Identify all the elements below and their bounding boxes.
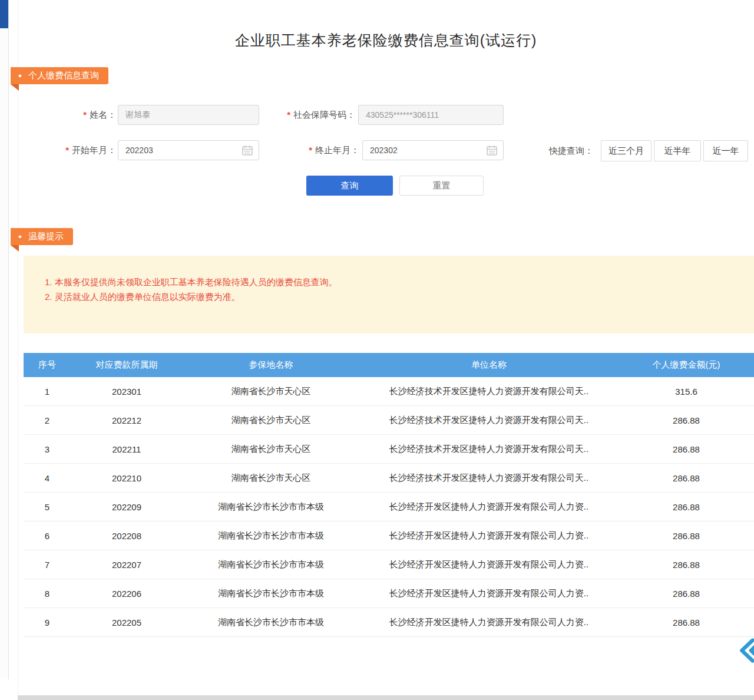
cell-seq: 9 [24, 608, 71, 637]
cell-area: 湖南省长沙市长沙市市本级 [183, 550, 359, 579]
quick-option-last-3-months[interactable]: 近三个月 [601, 140, 652, 161]
end-month-input[interactable] [362, 140, 504, 160]
cell-seq: 6 [24, 521, 71, 550]
col-header-amount: 个人缴费金额(元) [619, 353, 754, 377]
table-row: 8 202206 湖南省长沙市长沙市市本级 长沙经济开发区捷特人力资源开发有限公… [24, 579, 754, 608]
cell-amount: 286.88 [619, 493, 754, 521]
cell-org: 长沙经济开发区捷特人力资源开发有限公司人力资.. [359, 521, 619, 550]
cell-seq: 4 [24, 464, 71, 493]
table-row: 4 202210 湖南省长沙市天心区 长沙经济技术开发区捷特人力资源开发有限公司… [24, 464, 754, 493]
start-month-label-text: 开始年月： [72, 145, 116, 155]
cell-org: 长沙经济技术开发区捷特人力资源开发有限公司天.. [359, 377, 619, 406]
cell-org: 长沙经济技术开发区捷特人力资源开发有限公司天.. [359, 406, 619, 435]
end-month-label: *终止年月： [259, 140, 359, 160]
required-marker: * [83, 110, 87, 120]
table-row: 2 202212 湖南省长沙市天心区 长沙经济技术开发区捷特人力资源开发有限公司… [24, 406, 754, 435]
ssn-label-text: 社会保障号码： [293, 110, 355, 120]
bullet-icon: • [18, 232, 22, 242]
quick-query-label: 快捷查询： [549, 140, 593, 161]
quick-query-group: 近三个月 近半年 近一年 [601, 140, 748, 161]
cell-period: 202205 [71, 608, 183, 637]
section-header-tips: • 温馨提示 [11, 228, 73, 245]
col-header-org: 单位名称 [359, 353, 619, 377]
left-rail [0, 0, 9, 679]
cell-amount: 286.88 [619, 608, 754, 637]
col-header-area: 参保地名称 [183, 353, 359, 377]
tip-line-1: 1. 本服务仅提供尚未领取企业职工基本养老保险待遇人员的缴费信息查询。 [45, 275, 742, 289]
sidebar-accent-block [0, 0, 8, 28]
table-row: 7 202207 湖南省长沙市长沙市市本级 长沙经济开发区捷特人力资源开发有限公… [24, 550, 754, 579]
start-month-input[interactable] [118, 140, 259, 160]
cell-period: 202301 [71, 377, 183, 406]
cell-org: 长沙经济技术开发区捷特人力资源开发有限公司天.. [359, 464, 619, 493]
cell-amount: 286.88 [619, 579, 754, 608]
table-header-row: 序号 对应费款所属期 参保地名称 单位名称 个人缴费金额(元) [24, 353, 754, 377]
name-label: *姓名： [24, 105, 116, 125]
cell-period: 202209 [71, 493, 183, 521]
cell-seq: 2 [24, 406, 71, 435]
query-button[interactable]: 查询 [306, 176, 393, 196]
cell-area: 湖南省长沙市长沙市市本级 [183, 493, 359, 521]
cell-period: 202206 [71, 579, 183, 608]
page: 企业职工基本养老保险缴费信息查询(试运行) • 个人缴费信息查询 *姓名： *社… [0, 0, 754, 700]
col-header-period: 对应费款所属期 [71, 353, 183, 377]
cell-org: 长沙经济开发区捷特人力资源开发有限公司人力资.. [359, 579, 619, 608]
col-header-seq: 序号 [24, 353, 71, 377]
double-chevron-left-icon[interactable] [738, 638, 754, 663]
cell-seq: 1 [24, 377, 71, 406]
section-header-personal-query-label: 个人缴费信息查询 [28, 70, 99, 81]
bottom-bar [18, 695, 754, 700]
cell-amount: 286.88 [619, 521, 754, 550]
cell-area: 湖南省长沙市天心区 [183, 435, 359, 464]
cell-seq: 3 [24, 435, 71, 464]
cell-period: 202210 [71, 464, 183, 493]
required-marker: * [287, 110, 290, 120]
cell-amount: 286.88 [619, 406, 754, 435]
bullet-icon: • [18, 71, 22, 81]
cell-area: 湖南省长沙市天心区 [183, 377, 359, 406]
name-label-text: 姓名： [90, 110, 116, 120]
table-row: 5 202209 湖南省长沙市长沙市市本级 长沙经济开发区捷特人力资源开发有限公… [24, 493, 754, 521]
cell-area: 湖南省长沙市长沙市市本级 [183, 608, 359, 637]
cell-amount: 286.88 [619, 435, 754, 464]
tips-box: 1. 本服务仅提供尚未领取企业职工基本养老保险待遇人员的缴费信息查询。 2. 灵… [24, 256, 754, 334]
end-month-label-text: 终止年月： [315, 145, 359, 155]
cell-amount: 315.6 [619, 377, 754, 406]
table-row: 3 202211 湖南省长沙市天心区 长沙经济技术开发区捷特人力资源开发有限公司… [24, 435, 754, 464]
cell-amount: 286.88 [619, 464, 754, 493]
table-row: 1 202301 湖南省长沙市天心区 长沙经济技术开发区捷特人力资源开发有限公司… [24, 377, 754, 406]
cell-area: 湖南省长沙市长沙市市本级 [183, 521, 359, 550]
ssn-input[interactable] [358, 105, 504, 125]
cell-area: 湖南省长沙市天心区 [183, 406, 359, 435]
reset-button[interactable]: 重置 [399, 176, 484, 196]
table-row: 6 202208 湖南省长沙市长沙市市本级 长沙经济开发区捷特人力资源开发有限公… [24, 521, 754, 550]
ssn-label: *社会保障号码： [259, 105, 355, 125]
cell-seq: 5 [24, 493, 71, 521]
required-marker: * [309, 145, 312, 155]
tip-line-2: 2. 灵活就业人员的缴费单位信息以实际缴费为准。 [45, 289, 742, 304]
cell-area: 湖南省长沙市天心区 [183, 464, 359, 493]
cell-seq: 8 [24, 579, 71, 608]
cell-period: 202208 [71, 521, 183, 550]
cell-org: 长沙经济开发区捷特人力资源开发有限公司人力资.. [359, 550, 619, 579]
cell-org: 长沙经济开发区捷特人力资源开发有限公司人力资.. [359, 493, 619, 521]
payment-table: 序号 对应费款所属期 参保地名称 单位名称 个人缴费金额(元) 1 202301… [24, 353, 754, 637]
cell-org: 长沙经济技术开发区捷特人力资源开发有限公司天.. [359, 435, 619, 464]
section-header-personal-query: • 个人缴费信息查询 [11, 67, 108, 84]
cell-period: 202207 [71, 550, 183, 579]
table-row: 9 202205 湖南省长沙市长沙市市本级 长沙经济开发区捷特人力资源开发有限公… [24, 608, 754, 637]
cell-period: 202212 [71, 406, 183, 435]
cell-area: 湖南省长沙市长沙市市本级 [183, 579, 359, 608]
page-title: 企业职工基本养老保险缴费信息查询(试运行) [18, 31, 754, 50]
quick-option-last-year[interactable]: 近一年 [703, 140, 748, 161]
calendar-icon[interactable] [486, 144, 498, 156]
cell-period: 202211 [71, 435, 183, 464]
quick-option-last-half-year[interactable]: 近半年 [654, 140, 701, 161]
section-header-tips-label: 温馨提示 [28, 231, 64, 242]
cell-org: 长沙经济开发区捷特人力资源开发有限公司人力资.. [359, 608, 619, 637]
start-month-label: *开始年月： [24, 140, 116, 160]
cell-amount: 286.88 [619, 550, 754, 579]
name-input[interactable] [118, 105, 259, 125]
calendar-icon[interactable] [242, 144, 253, 156]
required-marker: * [65, 145, 69, 155]
